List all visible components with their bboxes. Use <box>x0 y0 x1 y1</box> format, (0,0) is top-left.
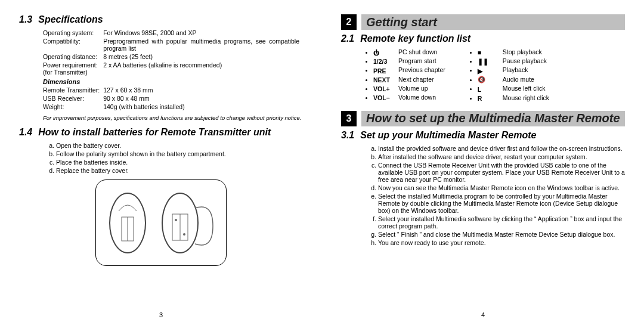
spec-rt-label: Remote Transmitter: <box>43 86 103 94</box>
spec-weight-label: Weight: <box>43 103 103 111</box>
spec-os-value: For Windows 98SE, 2000 and XP <box>103 29 303 37</box>
key-desc: Program start <box>398 57 436 64</box>
heading-1-4-num: 1.4 <box>19 127 32 138</box>
heading-2-title: Getting start <box>361 14 625 30</box>
list-item: You are now ready to use your remote. <box>378 239 625 247</box>
spec-dist-label: Operating distance: <box>43 52 103 61</box>
spec-os-label: Operating system: <box>43 29 103 37</box>
heading-1-3-num: 1.3 <box>19 14 32 25</box>
steps-3-1: Install the provided software and device… <box>378 144 625 247</box>
key-desc: Audio mute <box>503 76 534 83</box>
key-desc: PC shut down <box>398 48 437 55</box>
page-number-left: 3 <box>159 311 163 318</box>
key-desc: Pause playback <box>503 57 547 64</box>
list-item: Open the battery cover. <box>56 141 303 150</box>
list-item: After installed the software and device … <box>378 153 625 161</box>
spec-comp-value: Preprogrammed with popular multimedia pr… <box>103 37 303 52</box>
heading-2-1-title: Remote key function list <box>360 33 470 44</box>
list-item: Follow the polarity symbol shown in the … <box>56 150 303 158</box>
power-icon: ⏻ <box>373 49 398 56</box>
list-item: PREPrevious chapter <box>373 66 445 75</box>
heading-3-1: 3.1 Set up your Multimedia Master Remote <box>341 130 625 141</box>
play-icon: ▶ <box>478 67 503 75</box>
stop-icon: ■ <box>478 49 503 56</box>
list-item: Select your installed Multimedia softwar… <box>378 215 625 230</box>
heading-3-title: How to set up the Multimedia Master Remo… <box>361 111 625 126</box>
heading-2-num: 2 <box>341 14 357 30</box>
list-item: ❚❚Pause playback <box>478 57 549 66</box>
list-item: Now you can see the Multimedia Master Re… <box>378 184 625 192</box>
page-right: 2 Getting start 2.1 Remote key function … <box>322 0 644 322</box>
list-item: VOL−Volume down <box>373 93 445 102</box>
volup-key: VOL+ <box>373 85 398 92</box>
heading-2-1: 2.1 Remote key function list <box>341 33 625 44</box>
key-desc: Previous chapter <box>398 66 445 73</box>
list-item: NEXTNext chapter <box>373 75 445 84</box>
key-desc: Volume up <box>398 85 428 92</box>
list-item: Select the installed Multimedia program … <box>378 192 625 215</box>
svg-point-7 <box>183 233 185 236</box>
key-desc: Volume down <box>398 94 436 101</box>
leftclick-key: L <box>478 86 503 93</box>
heading-3-1-num: 3.1 <box>341 130 354 141</box>
key-list-col-2: ■Stop playback ❚❚Pause playback ▶Playbac… <box>478 48 549 103</box>
list-item: VOL+Volume up <box>373 84 445 93</box>
spec-comp-label: Compatibility: <box>43 37 103 52</box>
list-item: ⏻PC shut down <box>373 48 445 57</box>
heading-3-1-title: Set up your Multimedia Master Remote <box>360 130 536 141</box>
remote-closed-illustration <box>107 190 148 256</box>
rightclick-key: R <box>478 95 503 102</box>
heading-2-1-num: 2.1 <box>341 33 354 44</box>
spec-usb-label: USB Receiver: <box>43 94 103 103</box>
heading-1-4-title: How to install batteries for Remote Tran… <box>38 127 271 138</box>
voldown-key: VOL− <box>373 94 398 101</box>
list-item: ▶Playback <box>478 66 549 75</box>
heading-3-num: 3 <box>341 111 357 126</box>
key-desc: Stop playback <box>503 48 542 55</box>
spec-table: Operating system: For Windows 98SE, 2000… <box>43 29 303 111</box>
remote-open-illustration <box>159 190 216 256</box>
list-item: RMouse right click <box>478 94 549 103</box>
heading-3: 3 How to set up the Multimedia Master Re… <box>341 111 625 126</box>
list-item: Connect the USB Remote Receiver Unit wit… <box>378 161 625 184</box>
svg-point-6 <box>175 219 177 221</box>
spec-weight-value: 140g (with batteries installed) <box>103 103 303 111</box>
battery-install-figure <box>95 179 227 266</box>
list-item: 1/2/3Program start <box>373 57 445 66</box>
mute-icon: 🔇 <box>478 76 503 83</box>
list-item: 🔇Audio mute <box>478 75 549 85</box>
spec-dist-value: 8 metres (25 feet) <box>103 52 303 61</box>
pre-key: PRE <box>373 67 398 75</box>
spec-power-value: 2 x AA batteries (alkaline is recommende… <box>103 61 303 76</box>
dimensions-heading: Dimensions <box>43 78 299 85</box>
spec-usb-value: 90 x 80 x 48 mm <box>103 94 303 103</box>
program-key: 1/2/3 <box>373 58 398 65</box>
list-item: ■Stop playback <box>478 48 549 57</box>
pause-icon: ❚❚ <box>478 58 503 65</box>
heading-1-3-title: Specifications <box>38 14 103 25</box>
key-list-col-1: ⏻PC shut down 1/2/3Program start PREPrev… <box>373 48 445 103</box>
list-item: LMouse left click <box>478 84 549 93</box>
steps-1-4: Open the battery cover. Follow the polar… <box>56 141 303 175</box>
heading-2: 2 Getting start <box>341 14 625 30</box>
list-item: Select “ Finish ” and close the Multimed… <box>378 230 625 239</box>
list-item: Replace the battery cover. <box>56 166 303 175</box>
heading-1-4: 1.4 How to install batteries for Remote … <box>19 127 303 138</box>
key-desc: Next chapter <box>398 76 434 83</box>
heading-1-3: 1.3 Specifications <box>19 14 303 25</box>
key-function-list: ⏻PC shut down 1/2/3Program start PREPrev… <box>365 48 625 103</box>
key-desc: Playback <box>503 66 528 73</box>
key-desc: Mouse left click <box>503 85 546 92</box>
list-item: Place the batteries inside. <box>56 158 303 166</box>
page-left: 1.3 Specifications Operating system: For… <box>0 0 322 322</box>
spec-rt-value: 127 x 60 x 38 mm <box>103 86 303 94</box>
spec-power-label: Power requirement: (for Transmitter) <box>43 61 103 76</box>
next-key: NEXT <box>373 76 398 83</box>
key-desc: Mouse right click <box>503 94 549 101</box>
page-number-right: 4 <box>481 311 485 318</box>
list-item: Install the provided software and device… <box>378 144 625 153</box>
spec-footnote: For improvement purposes, specifications… <box>43 114 303 121</box>
